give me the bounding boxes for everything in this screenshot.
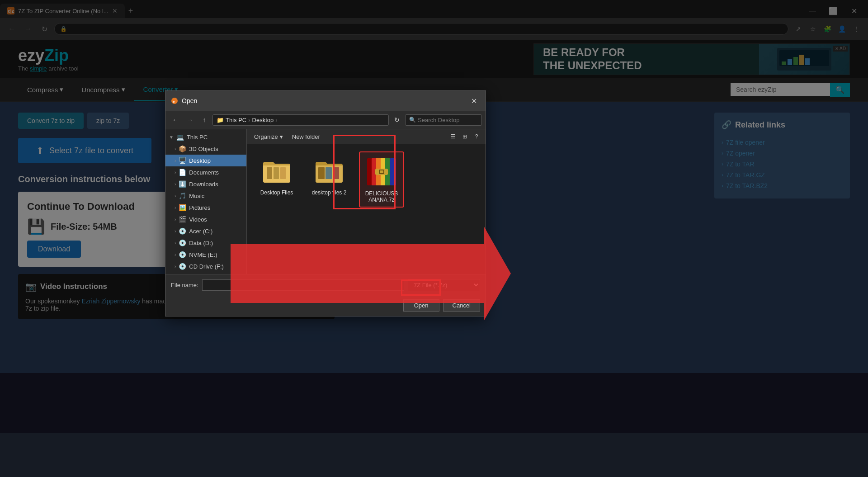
expand-icon: › — [175, 252, 176, 257]
dialog-favicon: e — [171, 97, 178, 104]
tree-documents[interactable]: › 📄 Documents — [165, 166, 246, 178]
expand-icon: › — [175, 229, 176, 234]
tree-desktop-label: Desktop — [189, 157, 211, 164]
dialog-forward-button[interactable]: → — [184, 113, 196, 126]
music-icon: 🎵 — [179, 192, 186, 199]
tree-music[interactable]: › 🎵 Music — [165, 190, 246, 202]
view-tile-button[interactable]: ⊞ — [459, 131, 470, 142]
downloads-icon: ⬇️ — [179, 180, 186, 188]
dialog-main-toolbar: Organize ▾ New folder ☰ ⊞ ? — [247, 129, 486, 144]
tree-videos[interactable]: › 🎬 Videos — [165, 213, 246, 225]
dialog-breadcrumb[interactable]: 📁 This PC › Desktop › — [212, 114, 389, 126]
dialog-open-button[interactable]: Open — [403, 299, 439, 312]
breadcrumb-sep1: › — [248, 117, 250, 123]
view-details-button[interactable]: ☰ — [448, 131, 458, 142]
tree-nvme-label: NVME (E:) — [189, 251, 217, 258]
file-item-desktop-files2[interactable]: desktop files 2 — [307, 151, 352, 208]
filetype-select[interactable]: 7Z File (*.7z) — [408, 279, 480, 291]
tree-desktop[interactable]: › 🖥️ Desktop — [165, 155, 246, 166]
breadcrumb-folder-icon: 📁 — [217, 117, 224, 123]
videos-icon: 🎬 — [179, 216, 186, 223]
dialog-footer: File name: 7Z File (*.7z) Open Cancel — [165, 274, 486, 316]
tree-acer-c[interactable]: › 💿 Acer (C:) — [165, 225, 246, 237]
breadcrumb-thispc: This PC — [226, 117, 246, 123]
organize-button[interactable]: Organize ▾ — [250, 132, 287, 142]
tree-thispc[interactable]: ▼ 💻 This PC — [165, 131, 246, 143]
tree-downloads-label: Downloads — [189, 181, 218, 188]
tree-nvme-e[interactable]: › 💿 NVME (E:) — [165, 249, 246, 260]
dialog-close-button[interactable]: ✕ — [467, 94, 480, 107]
tree-cd-f[interactable]: › 💿 CD Drive (F:) — [165, 260, 246, 272]
organize-chevron-icon: ▾ — [280, 133, 283, 140]
expand-icon: › — [175, 170, 176, 175]
expand-icon: › — [175, 182, 176, 187]
tree-thispc-label: This PC — [187, 134, 208, 141]
tree-3dobjects-label: 3D Objects — [189, 146, 218, 152]
svg-rect-11 — [280, 167, 286, 179]
tree-3dobjects[interactable]: › 📦 3D Objects — [165, 143, 246, 155]
desktop-icon: 🖥️ — [179, 157, 186, 164]
file-label-desktop-files: Desktop Files — [260, 189, 293, 196]
dialog-title: Open — [182, 97, 464, 104]
tree-pictures[interactable]: › 🖼️ Pictures — [165, 202, 246, 213]
expand-icon: › — [175, 205, 176, 210]
expand-icon: › — [175, 146, 176, 151]
expand-icon: › — [175, 217, 176, 222]
file-item-7z[interactable]: DELICIOUSBANANA.7z — [359, 151, 404, 208]
tree-data-label: Data (D:) — [189, 240, 213, 246]
filename-row: File name: 7Z File (*.7z) — [171, 279, 480, 291]
expand-icon: › — [175, 241, 176, 246]
documents-icon: 📄 — [179, 169, 186, 176]
dialog-search-input[interactable] — [418, 117, 494, 123]
folder-thumb-desktop-files2 — [313, 155, 345, 187]
dialog-folder-tree: ▼ 💻 This PC › 📦 3D Objects › 🖥️ Desktop … — [165, 129, 247, 274]
dialog-body: ▼ 💻 This PC › 📦 3D Objects › 🖥️ Desktop … — [165, 129, 486, 274]
dialog-actions: Open Cancel — [171, 299, 480, 312]
view-buttons: ☰ ⊞ ? — [448, 131, 482, 142]
expand-icon: › — [175, 264, 176, 269]
tree-acer-label: Acer (C:) — [189, 228, 212, 235]
3dobjects-icon: 📦 — [179, 145, 186, 152]
breadcrumb-sep2: › — [275, 117, 277, 123]
tree-downloads[interactable]: › ⬇️ Downloads — [165, 178, 246, 190]
file-label-desktop-files2: desktop files 2 — [312, 189, 347, 196]
file-open-dialog: e Open ✕ ← → ↑ 📁 This PC › Desktop › ↻ 🔍 — [165, 90, 486, 316]
dialog-titlebar: e Open ✕ — [165, 91, 486, 111]
sevenz-file-thumb — [366, 156, 397, 188]
dialog-refresh-button[interactable]: ↻ — [391, 113, 403, 126]
dialog-up-button[interactable]: ↑ — [198, 113, 211, 126]
tree-data-d[interactable]: › 💿 Data (D:) — [165, 237, 246, 249]
dialog-back-button[interactable]: ← — [169, 113, 182, 126]
cd-icon: 💿 — [179, 263, 186, 270]
expand-icon: › — [175, 194, 176, 198]
svg-rect-13 — [326, 167, 332, 179]
new-folder-button[interactable]: New folder — [288, 132, 324, 142]
expand-icon: › — [175, 158, 176, 163]
view-help-button[interactable]: ? — [471, 131, 482, 142]
file-label-7z: DELICIOUSBANANA.7z — [363, 190, 400, 203]
svg-rect-10 — [274, 167, 279, 179]
file-item-desktop-files[interactable]: Desktop Files — [254, 151, 299, 208]
filename-input[interactable] — [202, 279, 404, 291]
tree-pictures-label: Pictures — [189, 204, 210, 211]
breadcrumb-desktop: Desktop — [252, 117, 274, 123]
dialog-main-area: Organize ▾ New folder ☰ ⊞ ? — [247, 129, 486, 274]
tree-videos-label: Videos — [189, 216, 207, 223]
dialog-overlay: e Open ✕ ← → ↑ 📁 This PC › Desktop › ↻ 🔍 — [0, 0, 868, 477]
dialog-search[interactable]: 🔍 — [405, 114, 482, 126]
data-icon: 💿 — [179, 239, 186, 246]
folder-thumb-desktop-files — [261, 155, 292, 187]
svg-rect-14 — [333, 167, 339, 179]
file-grid: Desktop Files — [247, 144, 486, 215]
dialog-cancel-button[interactable]: Cancel — [443, 299, 480, 312]
thispc-icon: 💻 — [176, 133, 184, 141]
svg-rect-20 — [390, 158, 396, 185]
tree-documents-label: Documents — [189, 169, 219, 176]
expand-icon: ▼ — [169, 135, 174, 140]
dialog-search-icon: 🔍 — [409, 117, 416, 123]
nvme-icon: 💿 — [179, 251, 186, 258]
dialog-nav-toolbar: ← → ↑ 📁 This PC › Desktop › ↻ 🔍 — [165, 111, 486, 129]
acer-icon: 💿 — [179, 227, 186, 235]
svg-rect-12 — [318, 167, 325, 179]
tree-cd-label: CD Drive (F:) — [189, 263, 224, 270]
